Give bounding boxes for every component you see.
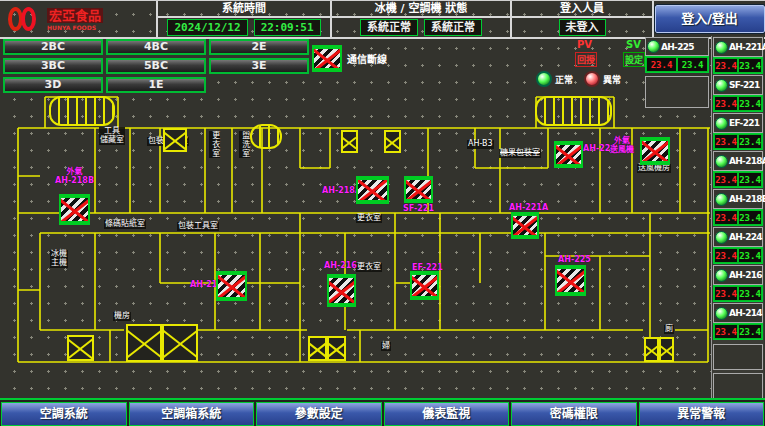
ahu-map-icon-AH-216[interactable] [327, 274, 356, 307]
ahu-item: SF-22123.423.4 [713, 75, 763, 112]
pv-value: 23.4 [646, 57, 677, 72]
ahu-name-row[interactable]: AH-216 [713, 265, 763, 285]
door-x-icon [645, 345, 658, 356]
status-led-icon [715, 79, 728, 92]
sv-value: 23.4 [738, 324, 762, 339]
ahu-name-row[interactable]: AH-218A [713, 151, 763, 171]
empty-slot [645, 76, 709, 108]
ahu-item: AH-218A23.423.4 [713, 151, 763, 188]
nav-button-空調系統[interactable]: 空調系統 [1, 402, 127, 426]
door-x-symbol [644, 337, 674, 362]
ahu-map-icon-EF-221[interactable] [410, 271, 439, 300]
ahu-label: AH-224 [729, 232, 762, 242]
door-x-icon [309, 342, 327, 357]
pv-value: 23.4 [714, 248, 738, 263]
door-x-cell [644, 337, 659, 362]
door-x-cell [659, 337, 674, 362]
company-logo-icon [8, 6, 42, 32]
empty-slot [713, 373, 763, 399]
room-label: 盥洗室 [239, 131, 250, 158]
nav-button-參數設定[interactable]: 參數設定 [256, 402, 382, 426]
status-led-icon [715, 155, 728, 168]
machine-status-section: 冰機 / 空調機 狀態 系統正常 系統正常 [332, 1, 512, 37]
featured-ahu-block: AH-22523.423.4 [645, 37, 709, 108]
floor-button-1E[interactable]: 1E [106, 77, 206, 93]
login-person-label: 登入人員 [512, 1, 652, 18]
floor-button-3BC[interactable]: 3BC [3, 58, 103, 74]
ahu-values: 23.423.4 [713, 247, 763, 264]
sv-value: 23.4 [738, 210, 762, 225]
ahu-name-row[interactable]: EF-221 [713, 113, 763, 133]
ahu-name-row[interactable]: SF-221 [713, 75, 763, 95]
ahu-map-icon-AH-224[interactable] [554, 141, 583, 168]
ahu-name-row[interactable]: AH-214 [713, 303, 763, 323]
normal-label: 正常 [555, 73, 573, 86]
sv-value: 23.4 [738, 248, 762, 263]
ahu-name-row[interactable]: AH-225 [645, 37, 709, 56]
door-x-icon [163, 132, 186, 151]
door-x-cell [126, 324, 162, 362]
hmi-screen: 宏亞食品 HUNYA FOODS 系統時間 2024/12/12 22:09:5… [0, 0, 765, 426]
equipment-label: 外氣 送風機 [610, 136, 634, 154]
ahu-map-icon-AH-221A[interactable] [511, 212, 539, 239]
nav-button-異常警報[interactable]: 異常警報 [639, 402, 765, 426]
nav-button-密碼權限[interactable]: 密碼權限 [511, 402, 637, 426]
abnormal-label: 異常 [603, 73, 621, 86]
ahu-map-icon-外氣-AH-218B[interactable] [59, 194, 90, 225]
sv-value: 23.4 [738, 172, 762, 187]
status-led-icon [715, 307, 728, 320]
ahu-label: AH-221A [729, 42, 765, 52]
door-x-icon [328, 342, 346, 357]
door-x-icon [163, 132, 186, 151]
status-led-icon [715, 117, 728, 130]
ahu-map-icon-SF-221[interactable] [404, 176, 433, 203]
login-logout-button[interactable]: 登入/登出 [655, 5, 765, 33]
ahu-map-icon-AH-218A[interactable] [356, 176, 389, 204]
status-led-icon [647, 40, 660, 53]
ahu-values: 23.423.4 [713, 209, 763, 226]
floor-button-2E[interactable]: 2E [209, 39, 309, 55]
sv-value: 23.4 [738, 286, 762, 301]
ahu-item: AH-21423.423.4 [713, 303, 763, 340]
pv-value: 23.4 [714, 286, 738, 301]
sv-value: 23.4 [738, 58, 762, 73]
floor-button-3D[interactable]: 3D [3, 77, 103, 93]
ahu-values: 23.423.4 [713, 133, 763, 150]
room-label: 冰機 主機 [50, 250, 68, 268]
nav-button-空調箱系統[interactable]: 空調箱系統 [129, 402, 255, 426]
room-label: 包裝材料室 [147, 137, 189, 146]
ahu-item: AH-218B23.423.4 [713, 189, 763, 226]
empty-slot [713, 344, 763, 370]
ahu-name-row[interactable]: AH-221A [713, 37, 763, 57]
abnormal-led-icon [584, 71, 600, 87]
equipment-label: AH-224 [583, 144, 616, 153]
room-label: AH-B3 [467, 140, 494, 149]
ahu-item: AH-21623.423.4 [713, 265, 763, 302]
ahu-values: 23.423.4 [713, 285, 763, 302]
floor-button-4BC[interactable]: 4BC [106, 39, 206, 55]
door-x-icon [385, 136, 401, 149]
ahu-map-icon-外氣-送風機[interactable] [640, 137, 670, 165]
sv-header: SV [626, 39, 641, 50]
room-label: 更衣室 [209, 131, 220, 158]
system-time-section: 系統時間 2024/12/12 22:09:51 [158, 1, 332, 37]
door-x-cell [308, 336, 327, 361]
bottom-nav: 空調系統空調箱系統參數設定儀表監視密碼權限異常警報 [0, 398, 765, 426]
door-x-symbol [126, 324, 198, 362]
ahu-list-panel: AH-221A23.423.4SF-22123.423.4EF-22123.42… [711, 36, 764, 400]
ahu-name-row[interactable]: AH-218B [713, 189, 763, 209]
sv-name-label: 設定 [623, 52, 645, 67]
ahu-name-row[interactable]: AH-224 [713, 227, 763, 247]
equipment-label: SF-221 [403, 204, 434, 213]
floor-button-2BC[interactable]: 2BC [3, 39, 103, 55]
door-x-cell [341, 130, 358, 153]
floor-button-5BC[interactable]: 5BC [106, 58, 206, 74]
ahu-map-icon-AH-225[interactable] [555, 265, 586, 296]
floor-button-3E[interactable]: 3E [209, 58, 309, 74]
pv-value: 23.4 [714, 172, 738, 187]
door-x-icon [342, 136, 358, 149]
nav-button-儀表監視[interactable]: 儀表監視 [384, 402, 510, 426]
equipment-label: AH-225 [558, 255, 591, 264]
ahu-map-icon-AH-214[interactable] [216, 271, 247, 301]
ahu-values: 23.423.4 [713, 323, 763, 340]
